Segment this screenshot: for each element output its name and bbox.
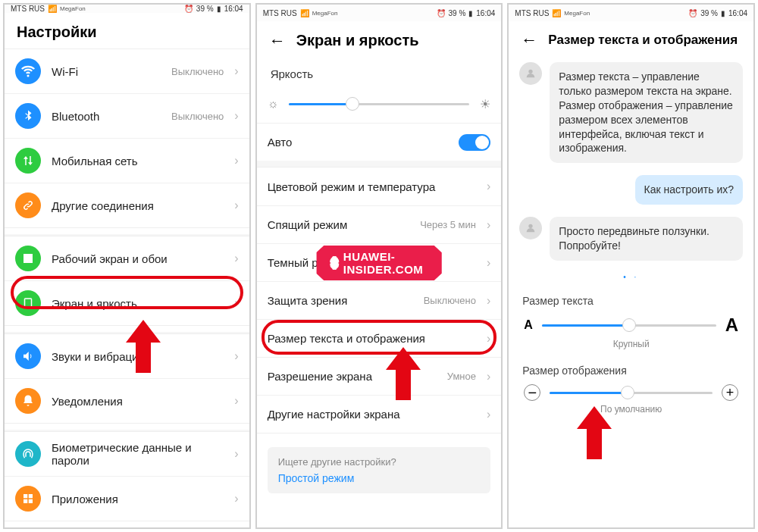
- row-label: Рабочий экран и обои: [52, 252, 224, 265]
- minus-icon[interactable]: −: [524, 384, 540, 401]
- row-apps[interactable]: Приложения ›: [5, 476, 249, 521]
- display-size-slider[interactable]: [550, 392, 713, 394]
- row-label: Размер текста и отображения: [268, 332, 476, 345]
- signal-icon: 📶: [48, 5, 57, 13]
- row-resolution[interactable]: Разрешение экрана Умное ›: [257, 357, 502, 395]
- row-eye-comfort[interactable]: Защита зрения Выключено ›: [257, 281, 502, 319]
- row-auto-brightness[interactable]: Авто: [257, 123, 502, 161]
- link-icon: [15, 192, 41, 218]
- row-label: Спящий режим: [268, 218, 409, 231]
- page-title: ← Размер текста и отображения: [509, 21, 753, 56]
- chevron-right-icon: ›: [234, 349, 238, 363]
- bell-icon: [15, 388, 41, 414]
- carrier-sub: MegaFon: [312, 10, 338, 17]
- brightness-slider[interactable]: [289, 103, 469, 105]
- row-label: Другие настройки экрана: [268, 408, 476, 421]
- row-mobile-network[interactable]: Мобильная сеть ›: [5, 138, 249, 183]
- row-label: Разрешение экрана: [268, 370, 437, 383]
- chevron-right-icon: ›: [487, 180, 490, 193]
- chevron-right-icon: ›: [487, 218, 490, 232]
- display-size-title: Размер отображения: [509, 357, 753, 380]
- row-text-display-size[interactable]: Размер текста и отображения ›: [257, 319, 502, 357]
- settings-group-sound: Звуки и вибрация › Уведомления ›: [5, 333, 249, 424]
- row-wifi[interactable]: Wi-Fi Выключено ›: [5, 49, 249, 93]
- watermark: HUAWEI-INSIDER.COM: [316, 246, 442, 280]
- display-size-value: По умолчанию: [509, 404, 753, 422]
- chevron-right-icon: ›: [487, 332, 490, 346]
- row-notifications[interactable]: Уведомления ›: [5, 378, 249, 423]
- display-icon: [15, 290, 41, 316]
- carrier-label: MTS RUS: [515, 9, 549, 17]
- instruction-bubble: Просто передвиньте ползунки. Попробуйте!: [550, 217, 743, 261]
- row-value: Выключено: [171, 66, 224, 77]
- row-color-mode[interactable]: Цветовой режим и температура ›: [257, 167, 502, 205]
- row-sounds[interactable]: Звуки и вибрация ›: [5, 334, 249, 378]
- row-label: Защита зрения: [268, 294, 413, 307]
- back-button[interactable]: ←: [269, 33, 286, 49]
- fingerprint-icon: [15, 441, 41, 467]
- chat-row: Размер текста – управление только размер…: [509, 56, 753, 169]
- row-label: Уведомления: [52, 395, 224, 408]
- row-label: Биометрические данные и пароли: [52, 441, 224, 467]
- chevron-right-icon: ›: [234, 492, 238, 505]
- row-home-wallpaper[interactable]: Рабочий экран и обои ›: [5, 236, 249, 280]
- row-biometrics[interactable]: Биометрические данные и пароли ›: [5, 432, 249, 476]
- status-bar: MTS RUS 📶 MegaFon ⏰ 39 % ▮ 16:04: [5, 5, 249, 13]
- settings-group-display: Рабочий экран и обои › Экран и яркость ›: [5, 236, 249, 326]
- battery-label: 39 %: [196, 5, 214, 13]
- time-label: 16:04: [224, 5, 243, 13]
- brightness-slider-row: ☼ ☀: [257, 85, 502, 123]
- home-icon: [15, 246, 41, 271]
- chevron-right-icon: ›: [234, 447, 238, 461]
- battery-icon: ▮: [468, 9, 473, 17]
- alarm-icon: ⏰: [688, 9, 697, 17]
- row-label: Авто: [268, 136, 449, 149]
- chevron-right-icon: ›: [234, 296, 238, 310]
- row-bluetooth[interactable]: Bluetooth Выключено ›: [5, 93, 249, 138]
- huawei-logo-icon: [330, 256, 339, 270]
- chevron-right-icon: ›: [487, 294, 490, 308]
- display-settings-group: Цветовой режим и температура › Спящий ре…: [257, 167, 502, 433]
- row-other-connections[interactable]: Другие соединения ›: [5, 183, 249, 227]
- alarm-icon: ⏰: [184, 5, 193, 13]
- chevron-right-icon: ›: [234, 109, 238, 123]
- battery-label: 39 %: [700, 9, 718, 17]
- row-value: Выключено: [424, 295, 476, 306]
- row-label: Bluetooth: [52, 110, 161, 123]
- row-sleep-mode[interactable]: Спящий режим Через 5 мин ›: [257, 205, 502, 243]
- row-value: Выключено: [171, 111, 224, 122]
- sun-high-icon: ☀: [480, 97, 490, 111]
- back-button[interactable]: ←: [521, 32, 537, 49]
- time-label: 16:04: [476, 9, 495, 17]
- mobile-data-icon: [15, 148, 41, 174]
- row-label: Приложения: [52, 493, 224, 505]
- text-size-slider[interactable]: [542, 324, 716, 327]
- sun-low-icon: ☼: [268, 97, 279, 111]
- apps-icon: [15, 486, 41, 512]
- row-label: Цветовой режим и температура: [268, 180, 476, 193]
- sound-icon: [15, 343, 41, 369]
- phone-screen-2: MTS RUS 📶 MegaFon ⏰ 39 % ▮ 16:04 ← Экран…: [255, 3, 503, 529]
- avatar-icon: [519, 62, 542, 85]
- info-bubble: Размер текста – управление только размер…: [550, 62, 743, 163]
- brightness-label: Яркость: [257, 57, 502, 85]
- page-indicator: • ·: [509, 267, 753, 287]
- chevron-right-icon: ›: [234, 64, 238, 78]
- row-other-display[interactable]: Другие настройки экрана ›: [257, 395, 502, 433]
- hint-link[interactable]: Простой режим: [278, 472, 481, 484]
- battery-label: 39 %: [449, 9, 466, 17]
- question-bubble: Как настроить их?: [635, 175, 743, 205]
- row-display-brightness[interactable]: Экран и яркость ›: [5, 280, 249, 325]
- chevron-right-icon: ›: [487, 370, 490, 383]
- row-label: Wi-Fi: [52, 65, 161, 78]
- auto-brightness-toggle[interactable]: [459, 134, 490, 151]
- avatar-icon: [519, 217, 542, 239]
- hint-panel[interactable]: Ищете другие настройки? Простой режим: [268, 447, 491, 493]
- chevron-right-icon: ›: [234, 154, 238, 167]
- settings-group-connectivity: Wi-Fi Выключено › Bluetooth Выключено › …: [5, 49, 249, 228]
- chevron-right-icon: ›: [234, 252, 238, 265]
- settings-group-security: Биометрические данные и пароли › Приложе…: [5, 431, 249, 521]
- plus-icon[interactable]: +: [722, 384, 738, 401]
- watermark-text: HUAWEI-INSIDER.COM: [343, 250, 428, 276]
- page-title: ← Экран и яркость: [257, 21, 502, 57]
